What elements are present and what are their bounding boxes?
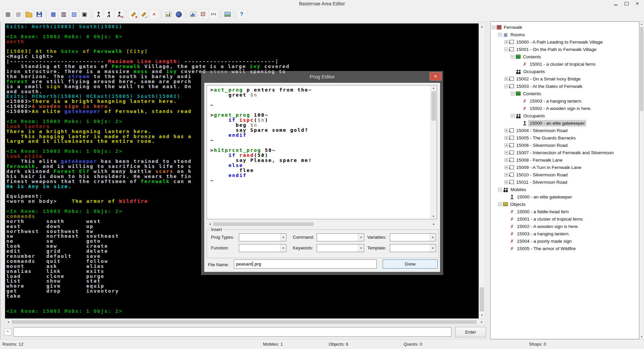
maximize-button[interactable] bbox=[621, 0, 632, 7]
collapse-icon[interactable]: − bbox=[511, 55, 515, 59]
tree-item[interactable]: −15001 - On the Path to Fernwalk Village bbox=[492, 46, 639, 53]
help-button[interactable]: ? bbox=[237, 9, 247, 19]
tree-item[interactable]: −Mobiles bbox=[492, 186, 639, 193]
tree-item[interactable]: 15000 - an elite gatekeeper bbox=[492, 193, 639, 200]
tree-item[interactable]: ✗15003 - a hanging lantern. bbox=[492, 230, 639, 237]
chevron-down-icon[interactable] bbox=[280, 244, 286, 252]
collapse-icon[interactable]: − bbox=[498, 188, 502, 191]
tree-item[interactable]: +15011 - Silvermoon Road bbox=[492, 178, 639, 186]
collapse-icon[interactable]: − bbox=[504, 48, 508, 51]
command-combo[interactable] bbox=[317, 233, 364, 241]
collapse-icon[interactable]: − bbox=[511, 114, 515, 118]
dialog-close-button[interactable]: × bbox=[430, 72, 441, 80]
room-edit-button[interactable]: ▥ bbox=[59, 9, 68, 19]
expand-icon[interactable]: + bbox=[504, 143, 508, 147]
calc-button[interactable]: 1+1 bbox=[209, 9, 218, 19]
close-button[interactable]: × bbox=[632, 0, 643, 7]
save-button[interactable] bbox=[34, 9, 44, 19]
collapse-icon[interactable]: − bbox=[498, 33, 502, 37]
tree-item[interactable]: Occupants bbox=[492, 68, 639, 75]
prog-code-editor[interactable]: >act_prog p enters from the~ greet $n ~ … bbox=[207, 85, 431, 219]
expand-icon[interactable]: + bbox=[504, 180, 508, 184]
collapse-icon[interactable]: − bbox=[504, 84, 508, 88]
world-button[interactable] bbox=[174, 9, 183, 19]
keywords-combo[interactable] bbox=[317, 244, 364, 252]
command-input[interactable] bbox=[13, 327, 451, 337]
terminal-horizontal-scrollbar[interactable] bbox=[5, 319, 485, 325]
tree-item[interactable]: +15004 - Silvermoon Road bbox=[492, 127, 639, 134]
scroll-left-arrow-icon[interactable] bbox=[5, 319, 11, 325]
tree-item[interactable]: ✗15004 - a poorly made sign bbox=[492, 237, 639, 245]
scrollbar-thumb[interactable] bbox=[640, 27, 643, 111]
expand-icon[interactable]: + bbox=[504, 158, 508, 162]
tree-item[interactable]: ✗15005 - The armor of Wildfire bbox=[492, 245, 639, 252]
terminal-vertical-scrollbar[interactable] bbox=[479, 23, 485, 318]
expand-icon[interactable]: + bbox=[504, 40, 508, 44]
scroll-down-arrow-icon[interactable] bbox=[640, 335, 644, 339]
prog-delete-button[interactable]: × bbox=[128, 9, 138, 19]
tree-item[interactable]: 15000 - an elite gatekeeper bbox=[492, 119, 639, 127]
open-file-button[interactable] bbox=[24, 9, 34, 19]
tree-item[interactable]: +15000 - A Path Leading to Fernwalk Vill… bbox=[492, 38, 639, 46]
scrollbar-thumb[interactable] bbox=[431, 91, 436, 121]
tree-item[interactable]: −▦Rooms bbox=[492, 31, 639, 38]
room-grid-button[interactable]: ▣ bbox=[79, 9, 89, 19]
expand-icon[interactable]: + bbox=[504, 151, 508, 155]
delete-button[interactable]: × bbox=[149, 9, 159, 19]
mobile-move-button[interactable] bbox=[104, 9, 114, 19]
function-combo[interactable] bbox=[239, 244, 286, 252]
mobile-button[interactable] bbox=[94, 9, 103, 19]
chevron-down-icon[interactable] bbox=[430, 244, 436, 252]
template-combo[interactable] bbox=[390, 244, 436, 252]
expand-icon[interactable]: + bbox=[504, 173, 508, 177]
tree-item[interactable]: +15007 - Intersection of Fernwalk and Si… bbox=[492, 149, 639, 156]
scroll-down-arrow-icon[interactable] bbox=[431, 214, 436, 219]
scroll-down-arrow-icon[interactable] bbox=[479, 312, 485, 318]
room-link-button[interactable]: ▤ bbox=[69, 9, 79, 19]
expand-icon[interactable]: + bbox=[504, 77, 508, 81]
minimize-button[interactable] bbox=[610, 0, 621, 7]
tree-item[interactable]: ✗15003 - a hanging lantern. bbox=[492, 97, 639, 105]
tree-item[interactable]: +15009 - A Turn in Fernwalk Lane bbox=[492, 164, 639, 171]
tree-item[interactable]: +15008 - Fernwalk Lane bbox=[492, 156, 639, 164]
scroll-up-arrow-icon[interactable] bbox=[479, 24, 485, 30]
scroll-left-arrow-icon[interactable] bbox=[207, 222, 213, 227]
enter-button[interactable]: Enter bbox=[455, 327, 486, 337]
done-button[interactable]: Done bbox=[383, 259, 438, 269]
chevron-down-icon[interactable] bbox=[430, 234, 436, 241]
image-button[interactable] bbox=[223, 9, 232, 19]
tree-item[interactable]: −Fernwalk bbox=[492, 23, 639, 31]
chevron-down-icon[interactable] bbox=[358, 234, 364, 241]
tree-item[interactable]: ✗15001 - a cluster of tropical ferns bbox=[492, 60, 639, 68]
tree-item[interactable]: −Contents bbox=[492, 53, 639, 60]
tree-item[interactable]: ✗15002 - A wooden sign is here. bbox=[492, 105, 639, 112]
collapse-icon[interactable]: − bbox=[492, 25, 495, 29]
dice-button[interactable]: ⚄ bbox=[198, 9, 208, 19]
variables-combo[interactable] bbox=[390, 233, 436, 241]
tree-item[interactable]: +15006 - Silvermoon Road bbox=[492, 141, 639, 149]
scrollbar-thumb[interactable] bbox=[12, 320, 477, 324]
collapse-icon[interactable]: − bbox=[511, 92, 515, 96]
tree-vertical-scrollbar[interactable] bbox=[639, 21, 644, 339]
stats-button[interactable] bbox=[188, 9, 198, 19]
new-area-button[interactable]: ▦ bbox=[3, 9, 13, 19]
expand-icon[interactable]: + bbox=[504, 129, 508, 132]
scroll-up-arrow-icon[interactable] bbox=[640, 22, 644, 26]
collapse-icon[interactable]: − bbox=[498, 202, 502, 206]
prog-check-button[interactable]: ✓ bbox=[139, 9, 149, 19]
code-vertical-scrollbar[interactable] bbox=[430, 85, 437, 219]
chevron-down-icon[interactable] bbox=[280, 234, 286, 241]
code-horizontal-scrollbar[interactable] bbox=[207, 221, 437, 227]
file-name-input[interactable]: peasant .prg bbox=[234, 259, 377, 269]
scrollbar-thumb[interactable] bbox=[480, 287, 484, 311]
chart-button[interactable] bbox=[163, 9, 173, 19]
tree-item[interactable]: −Occupants bbox=[492, 112, 639, 119]
prog-types-combo[interactable] bbox=[239, 233, 286, 241]
tree-item[interactable]: −Objects bbox=[492, 200, 639, 208]
scroll-right-arrow-icon[interactable] bbox=[479, 319, 485, 325]
tree-item[interactable]: +15010 - Silvermoon Road bbox=[492, 171, 639, 178]
tree-item[interactable]: ✗15001 - a cluster of tropical ferns bbox=[492, 215, 639, 223]
tree-item[interactable]: +15005 - The Guards Barracks bbox=[492, 134, 639, 141]
mobile-delete-button[interactable]: × bbox=[114, 9, 124, 19]
new-window-button[interactable]: ▦ bbox=[13, 9, 23, 19]
